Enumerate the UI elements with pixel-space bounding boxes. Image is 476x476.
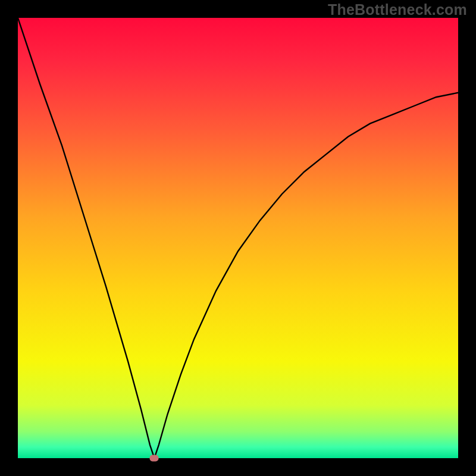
chart-frame: TheBottleneck.com	[0, 0, 476, 476]
gradient-background	[18, 18, 458, 458]
watermark-text: TheBottleneck.com	[328, 1, 467, 18]
minimum-marker	[150, 455, 159, 462]
plot-area	[18, 18, 458, 458]
chart-svg	[18, 18, 458, 458]
